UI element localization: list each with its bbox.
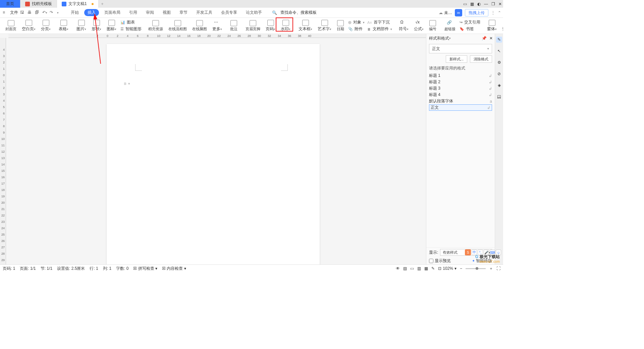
current-style-select[interactable]: 正文▾ xyxy=(429,44,492,53)
chart-button[interactable]: 📊 图表 xyxy=(120,19,142,25)
shape-button[interactable]: 形状▾ xyxy=(89,19,104,33)
maximize-icon[interactable]: ❐ xyxy=(491,2,495,6)
hamburger-icon[interactable]: ≡ xyxy=(3,10,8,15)
style-item-h2[interactable]: 标题 2↲ xyxy=(429,79,492,85)
attachment-button[interactable]: 📎 附件 xyxy=(348,26,365,32)
more-button[interactable]: ⋯更多▾ xyxy=(210,19,225,33)
ribbon-options-icon[interactable]: ⌃ xyxy=(498,10,501,15)
view-web-icon[interactable]: ▥ xyxy=(417,266,421,271)
status-contentcheck[interactable]: ☒ 内容检查 ▾ xyxy=(162,266,186,271)
menu-thesis[interactable]: 论文助手 xyxy=(243,9,265,16)
icon-button[interactable]: 图标▾ xyxy=(104,19,119,33)
picture-button[interactable]: 图片▾ xyxy=(74,19,89,33)
menu-review[interactable]: 审阅 xyxy=(143,9,157,16)
docer-resource-button[interactable]: 稻壳资源 xyxy=(146,19,166,33)
ruler-vertical[interactable]: 4321012345678910111213141516171819202122… xyxy=(0,38,6,264)
cover-page-button[interactable]: 封面页 xyxy=(3,19,19,33)
comment-button[interactable]: 批注 xyxy=(227,19,240,33)
eye-mode-icon[interactable]: 👁 xyxy=(396,266,400,271)
tab-home[interactable]: 首页 xyxy=(0,0,20,8)
pin-icon[interactable]: 📌 xyxy=(482,36,487,41)
menu-vip[interactable]: 会员专享 xyxy=(218,9,240,16)
mindmap-button[interactable]: 在线脑图 xyxy=(190,19,210,33)
security-pane-icon[interactable]: ◈ xyxy=(496,82,502,88)
document-page[interactable]: 🗎 ▾ xyxy=(107,44,320,272)
print-preview-icon[interactable]: 🗐 xyxy=(35,10,40,15)
minimize-icon[interactable]: — xyxy=(484,2,488,6)
blank-page-button[interactable]: 空白页▾ xyxy=(19,19,38,33)
view-page-icon[interactable]: ▭ xyxy=(410,266,414,271)
panel-close-icon[interactable]: ✕ xyxy=(489,36,493,41)
zoom-control[interactable]: ⊡ 102% ▾ xyxy=(438,266,457,271)
new-tab-button[interactable]: ＋ xyxy=(99,0,106,8)
read-pane-icon[interactable]: 🕮 xyxy=(496,94,502,100)
menu-reference[interactable]: 引用 xyxy=(126,9,141,16)
collapse-ribbon-icon[interactable]: ⋮ xyxy=(491,10,495,15)
style-item-h1[interactable]: 标题 1↲ xyxy=(429,72,492,79)
menu-view[interactable]: 视图 xyxy=(159,9,174,16)
status-section[interactable]: 节: 1/1 xyxy=(41,266,52,271)
status-line[interactable]: 行: 1 xyxy=(90,266,98,271)
search-box[interactable]: 🔍 查找命令、搜索模板 xyxy=(272,10,317,15)
ruler-horizontal[interactable]: 20246810121416182022242628303234363840 xyxy=(8,34,426,38)
numbering-button[interactable]: 编号 xyxy=(426,19,439,33)
page-break-button[interactable]: 分页▾ xyxy=(38,19,53,33)
formula-button[interactable]: √x公式▾ xyxy=(411,19,426,33)
menu-start[interactable]: 开始 xyxy=(67,9,82,16)
crossref-button[interactable]: ↪ 交叉引用 xyxy=(460,19,480,25)
status-spellcheck[interactable]: ☒ 拼写检查 ▾ xyxy=(133,266,157,271)
menu-section[interactable]: 章节 xyxy=(176,9,191,16)
settings-pane-icon[interactable]: ⚙ xyxy=(496,59,502,65)
style-item-h4[interactable]: 标题 4↲ xyxy=(429,92,492,98)
status-pages[interactable]: 页面: 1/1 xyxy=(20,266,36,271)
status-words[interactable]: 字数: 0 xyxy=(116,266,128,271)
window-button[interactable]: 窗体▾ xyxy=(484,19,499,33)
dropcap-button[interactable]: A≡ 首字下沉 xyxy=(367,19,392,25)
new-style-button[interactable]: 新样式... xyxy=(446,55,467,63)
clear-format-button[interactable]: 清除格式 xyxy=(470,55,492,63)
qat-dropdown-icon[interactable]: ▾ xyxy=(57,11,59,14)
styles-pane-icon[interactable]: ✎ xyxy=(496,37,502,43)
status-col[interactable]: 列: 1 xyxy=(103,266,111,271)
flowchart-button[interactable]: 在线流程图 xyxy=(166,19,190,33)
cloud-sync-icon[interactable]: ∞ xyxy=(455,9,462,16)
menu-pagelayout[interactable]: 页面布局 xyxy=(101,9,124,16)
status-page[interactable]: 页码: 1 xyxy=(3,266,15,271)
preview-checkbox[interactable]: 显示预览 xyxy=(429,258,451,264)
docparts-button[interactable]: 🗎 文档部件 ▾ xyxy=(367,26,392,32)
style-item-default[interactable]: 默认段落字体a xyxy=(429,98,492,104)
menu-devtools[interactable]: 开发工具 xyxy=(193,9,216,16)
status-position[interactable]: 设置值: 2.5厘米 xyxy=(57,266,85,271)
close-icon[interactable]: ✕ xyxy=(498,2,502,6)
resource-button[interactable]: 资源夹 xyxy=(499,19,503,33)
print-icon[interactable]: 🖶 xyxy=(28,10,33,15)
save-icon[interactable]: 🖫 xyxy=(20,10,25,15)
bookmark-button[interactable]: 🔖 书签 xyxy=(460,26,480,32)
object-button[interactable]: ◎ 对象 ▾ xyxy=(348,19,365,25)
fullscreen-icon[interactable]: ⛶ xyxy=(496,266,500,271)
undo-icon[interactable]: ↶▾ xyxy=(42,10,48,15)
wordart-button[interactable]: 艺术字▾ xyxy=(315,19,334,33)
user-avatar-icon[interactable]: ◐ xyxy=(477,2,481,6)
zoom-in-icon[interactable]: ＋ xyxy=(489,266,493,271)
date-button[interactable]: 日期 xyxy=(334,19,347,33)
upload-button[interactable]: 拖拽上传 xyxy=(465,9,488,16)
tab-templates[interactable]: 找稻壳模板 xyxy=(20,0,57,8)
textbox-button[interactable]: 文本框▾ xyxy=(296,19,315,33)
style-item-body[interactable]: 正文↲ xyxy=(429,104,492,111)
hyperlink-button[interactable]: 🔗超链接 xyxy=(442,19,458,33)
page-icon[interactable]: 🗎 ▾ xyxy=(123,82,130,86)
tab-document[interactable]: 文字文稿1 xyxy=(57,0,99,8)
table-button[interactable]: 表格▾ xyxy=(56,19,71,33)
layout-switch-icon[interactable]: ▭ xyxy=(463,2,467,6)
zoom-slider[interactable] xyxy=(466,268,486,269)
view-read-icon[interactable]: ▦ xyxy=(424,266,428,271)
select-pane-icon[interactable]: ↖ xyxy=(496,48,502,54)
view-outline-icon[interactable]: ▤ xyxy=(403,266,407,271)
grid-icon[interactable]: ▦ xyxy=(470,2,474,6)
header-footer-button[interactable]: 页眉页脚 xyxy=(243,19,263,33)
ime-logo-icon[interactable]: S xyxy=(465,249,471,255)
file-menu[interactable]: 文件 xyxy=(10,10,18,15)
style-item-h3[interactable]: 标题 3↲ xyxy=(429,85,492,92)
edit-icon[interactable]: ✎ xyxy=(431,266,435,271)
